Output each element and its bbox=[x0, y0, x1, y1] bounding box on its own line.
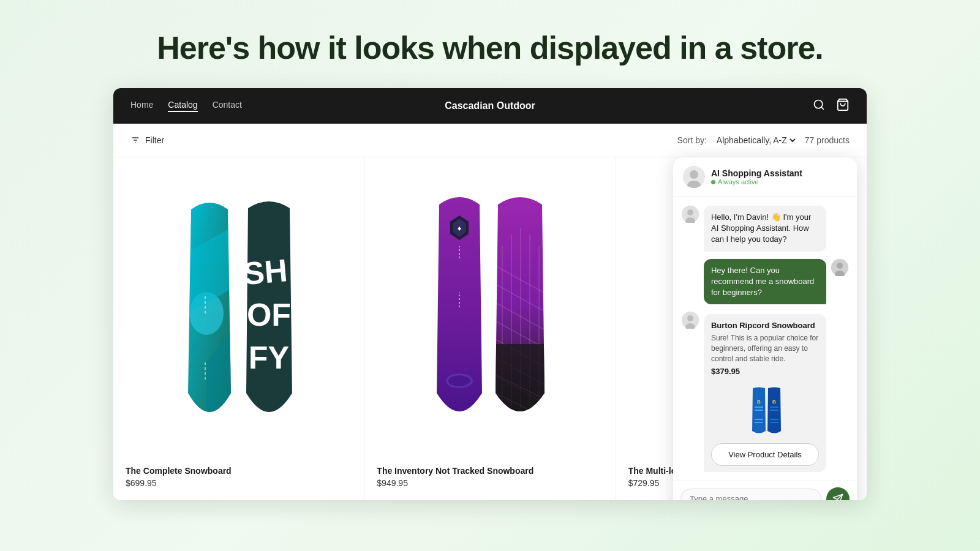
cart-icon[interactable] bbox=[836, 98, 850, 114]
sort-select[interactable]: Alphabetically, A-Z Alphabetically, Z-A … bbox=[714, 135, 797, 146]
product-price-inventory: $949.95 bbox=[377, 478, 603, 488]
svg-line-1 bbox=[821, 107, 824, 109]
chat-input-area bbox=[673, 481, 857, 500]
product-image-complete: SH OF FY bbox=[126, 170, 352, 457]
filter-bar: Filter Sort by: Alphabetically, A-Z Alph… bbox=[113, 124, 867, 157]
sort-area: Sort by: Alphabetically, A-Z Alphabetica… bbox=[677, 135, 850, 146]
nav-catalog[interactable]: Catalog bbox=[168, 100, 197, 112]
product-name-complete: The Complete Snowboard bbox=[126, 466, 352, 476]
status-dot-icon bbox=[711, 180, 715, 184]
svg-rect-51 bbox=[755, 419, 763, 420]
greeting-bubble: Hello, I'm Davin! 👋 I'm your AI Shopping… bbox=[704, 206, 826, 252]
product-card-multi[interactable]: The Multi-location $729.95 AI Shoppi bbox=[616, 157, 867, 500]
svg-text:FY: FY bbox=[249, 340, 289, 375]
hero-section: Here's how it looks when displayed in a … bbox=[0, 0, 980, 88]
bot-avatar-rec bbox=[682, 312, 699, 329]
rec-product-price: $379.95 bbox=[711, 366, 819, 377]
sort-label: Sort by: bbox=[677, 135, 707, 145]
assistant-avatar bbox=[683, 166, 705, 188]
chat-message-rec: Burton Ripcord Snowboard Sure! This is a… bbox=[682, 312, 848, 472]
send-button[interactable] bbox=[826, 487, 850, 500]
chat-input-field[interactable] bbox=[680, 489, 821, 500]
svg-point-43 bbox=[837, 263, 843, 269]
svg-rect-56 bbox=[770, 419, 778, 420]
svg-marker-59 bbox=[833, 494, 842, 500]
nav-bar: Home Catalog Contact Cascadian Outdoor bbox=[113, 88, 867, 124]
svg-text:SH: SH bbox=[243, 252, 289, 291]
nav-contact[interactable]: Contact bbox=[213, 100, 242, 112]
user-avatar bbox=[831, 259, 848, 276]
svg-rect-49 bbox=[755, 407, 763, 408]
chat-message-greeting: Hello, I'm Davin! 👋 I'm your AI Shopping… bbox=[682, 206, 848, 252]
assistant-name: AI Shopping Assistant bbox=[711, 168, 802, 178]
nav-links: Home Catalog Contact bbox=[130, 100, 242, 112]
nav-home[interactable]: Home bbox=[130, 100, 153, 112]
svg-text:OF: OF bbox=[247, 297, 291, 332]
product-card-complete[interactable]: SH OF FY The Complete Snowboard $699.95 bbox=[113, 157, 364, 500]
svg-text:B: B bbox=[757, 399, 761, 405]
svg-rect-57 bbox=[770, 422, 778, 423]
svg-point-40 bbox=[687, 209, 693, 216]
chat-status: Always active bbox=[711, 178, 802, 186]
hero-title: Here's how it looks when displayed in a … bbox=[0, 29, 980, 66]
svg-rect-50 bbox=[755, 410, 763, 411]
product-price-complete: $699.95 bbox=[126, 478, 352, 488]
svg-text:B: B bbox=[772, 399, 776, 405]
rec-product-image: B B bbox=[711, 382, 819, 437]
filter-label: Filter bbox=[145, 135, 164, 145]
chat-message-user: Hey there! Can you recommend me a snowbo… bbox=[682, 259, 848, 305]
search-icon[interactable] bbox=[813, 99, 825, 114]
svg-rect-55 bbox=[770, 410, 778, 411]
product-count: 77 products bbox=[805, 135, 850, 145]
chat-header-info: AI Shopping Assistant Always active bbox=[711, 168, 802, 186]
svg-rect-54 bbox=[770, 407, 778, 408]
rec-bubble: Burton Ripcord Snowboard Sure! This is a… bbox=[704, 314, 826, 472]
svg-point-20 bbox=[448, 375, 470, 386]
product-grid: SH OF FY The Complete Snowboard $699.95 bbox=[113, 157, 867, 500]
store-window: Home Catalog Contact Cascadian Outdoor bbox=[113, 88, 867, 500]
view-details-button[interactable]: View Product Details bbox=[711, 443, 819, 466]
product-info-inventory: The Inventory Not Tracked Snowboard $949… bbox=[377, 457, 603, 488]
svg-text:♦: ♦ bbox=[458, 224, 461, 233]
product-info-complete: The Complete Snowboard $699.95 bbox=[126, 457, 352, 488]
store-name: Cascadian Outdoor bbox=[445, 100, 535, 111]
svg-point-37 bbox=[690, 170, 698, 179]
status-text: Always active bbox=[718, 178, 759, 186]
chat-header: AI Shopping Assistant Always active bbox=[673, 157, 857, 197]
svg-rect-52 bbox=[755, 422, 763, 423]
rec-product-desc: Sure! This is a popular choice for begin… bbox=[711, 333, 819, 364]
svg-point-46 bbox=[687, 315, 693, 321]
chat-body: Hello, I'm Davin! 👋 I'm your AI Shopping… bbox=[673, 197, 857, 481]
bot-avatar-greeting bbox=[682, 206, 699, 223]
product-name-inventory: The Inventory Not Tracked Snowboard bbox=[377, 466, 603, 476]
user-bubble: Hey there! Can you recommend me a snowbo… bbox=[704, 259, 826, 305]
product-image-inventory: ♦ bbox=[377, 170, 603, 457]
filter-button[interactable]: Filter bbox=[130, 135, 164, 145]
product-card-inventory[interactable]: ♦ bbox=[364, 157, 616, 500]
nav-icons bbox=[813, 98, 850, 114]
chat-widget: AI Shopping Assistant Always active bbox=[673, 157, 857, 500]
rec-product-name: Burton Ripcord Snowboard bbox=[711, 320, 819, 331]
